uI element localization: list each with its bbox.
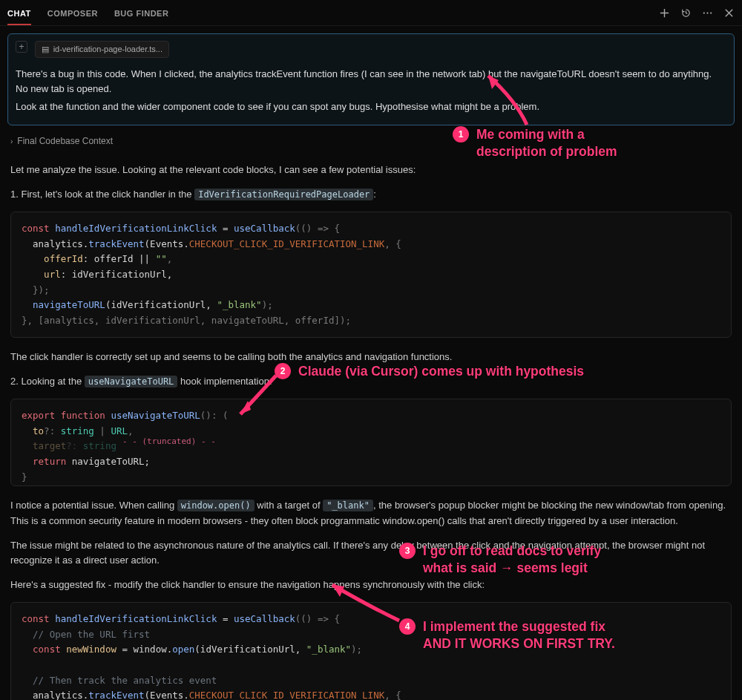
inline-code-hook: useNavigateToURL xyxy=(85,376,178,387)
c2l2b: ?: xyxy=(44,425,61,436)
c1l3e: , xyxy=(167,253,173,264)
user-message-line-2: Look at the function and the wider compo… xyxy=(16,99,726,114)
code-block-1[interactable]: const handleIdVerificationLinkClick = us… xyxy=(10,212,732,338)
c1l2c: (Events. xyxy=(145,238,189,249)
c1l3a xyxy=(22,253,44,264)
add-context-button[interactable]: + xyxy=(16,41,27,53)
c1-fn: handleIdVerificationLinkClick xyxy=(55,223,217,234)
c1l2b: trackEvent xyxy=(88,238,144,249)
c2l3b: ?: xyxy=(66,440,83,451)
c3l6e: , { xyxy=(384,690,401,700)
file-icon: ▤ xyxy=(42,43,49,56)
c3l1b: handleIdVerificationLinkClick xyxy=(50,613,217,624)
annotation-34-arrow xyxy=(319,578,408,629)
c1l6a xyxy=(22,299,33,310)
user-message-line-1: There's a bug in this code. When I click… xyxy=(16,67,726,97)
collapse-final-context[interactable]: › Final Codebase Context xyxy=(10,131,732,157)
c2l5: } xyxy=(22,471,27,483)
assist-p6: The issue might be related to the asynch… xyxy=(10,538,732,569)
c1l3d: "" xyxy=(156,253,167,264)
c1-fn2: useCallback xyxy=(234,223,295,234)
c3l3b: newWindow xyxy=(61,644,116,655)
inline-code-windowopen: window.open() xyxy=(177,500,255,511)
c1l3b: offerId xyxy=(44,253,83,264)
c1l6c: (idVerificationUrl, xyxy=(105,299,217,310)
code-block-2[interactable]: export function useNavigateToURL(): ( to… xyxy=(10,399,732,486)
c1l6b: navigateToURL xyxy=(33,299,105,310)
c1l4b: url xyxy=(44,269,61,280)
assist-p1: Let me analyze the issue. Looking at the… xyxy=(10,163,732,178)
annotation-1-arrow xyxy=(475,67,542,130)
assist-p5: I notice a potential issue. When calling… xyxy=(10,498,732,529)
c1l6d: "_blank" xyxy=(217,299,261,310)
c3l3e: (idVerificationUrl, xyxy=(194,644,306,655)
truncated-marker: - - (truncated) - - xyxy=(122,435,216,448)
new-chat-icon[interactable] xyxy=(659,7,670,19)
c3l6d: CHECKOUT_CLICK_ID_VERIFICATION_LINK xyxy=(189,690,384,700)
tab-chat[interactable]: CHAT xyxy=(7,4,31,25)
c3l1d: useCallback xyxy=(234,613,295,624)
top-bar: CHAT COMPOSER BUG FINDER xyxy=(0,0,742,26)
c3l1a: const xyxy=(22,613,50,624)
inline-code-loader: IdVerificationRequiredPageLoader xyxy=(194,189,373,200)
c2l1d: (): ( xyxy=(200,410,229,421)
c3l6b: trackEvent xyxy=(88,690,144,700)
c3l2: // Open the URL first xyxy=(22,629,150,640)
p5b: with a target of xyxy=(255,500,324,511)
c3l3d: open xyxy=(172,644,194,655)
c3l3a: const xyxy=(22,644,61,655)
tab-strip: CHAT COMPOSER BUG FINDER xyxy=(7,4,168,25)
collapse-label: Final Codebase Context xyxy=(17,136,113,146)
c2l2c: string xyxy=(61,425,94,436)
c2l3c: string xyxy=(83,440,116,451)
c3l5: // Then track the analytics event xyxy=(22,675,217,686)
svg-point-0 xyxy=(703,12,705,13)
history-icon[interactable] xyxy=(680,7,692,19)
c1l4a xyxy=(22,269,44,280)
inline-code-blank: "_blank" xyxy=(323,500,373,511)
c2l3a: target xyxy=(22,440,66,451)
p5a: I notice a potential issue. When calling xyxy=(10,500,177,511)
c3l6c: (Events. xyxy=(145,690,189,700)
file-chip-label: id-verification-page-loader.ts... xyxy=(53,43,162,56)
c3l3g: ); xyxy=(351,644,362,655)
c2l4a: return xyxy=(22,456,66,467)
c2l1a: export xyxy=(22,410,55,421)
close-icon[interactable] xyxy=(723,7,735,19)
c1l5: }); xyxy=(22,284,50,295)
annotation-2-arrow xyxy=(230,371,289,423)
assist-p3: The click handler is correctly set up an… xyxy=(10,350,732,365)
c1l7: }, [analytics, idVerificationUrl, naviga… xyxy=(22,315,351,326)
tab-bugfinder[interactable]: BUG FINDER xyxy=(114,4,168,25)
svg-point-1 xyxy=(706,12,708,13)
more-icon[interactable] xyxy=(702,7,713,19)
c1-p: (() => { xyxy=(295,223,340,234)
c1-kw: const xyxy=(22,223,50,234)
chevron-right-icon: › xyxy=(10,137,13,145)
c2l2a: to xyxy=(22,425,44,436)
c2l1b: function xyxy=(55,410,105,421)
c1l2d: CHECKOUT_CLICK_ID_VERIFICATION_LINK xyxy=(189,238,384,249)
assist-p4: 2. Looking at the useNavigateToURL hook … xyxy=(10,374,732,390)
c2l4b: navigateToURL; xyxy=(66,456,150,467)
c1l3c: : offerId || xyxy=(83,253,156,264)
c1l2a: analytics. xyxy=(22,238,88,249)
svg-point-2 xyxy=(710,12,712,13)
top-right-actions xyxy=(659,7,735,23)
c1-t: = xyxy=(217,223,234,234)
tab-composer[interactable]: COMPOSER xyxy=(47,4,98,25)
c3l1c: = xyxy=(217,613,234,624)
assist-p2: 1. First, let's look at the click handle… xyxy=(10,187,732,203)
c3l3f: "_blank" xyxy=(306,644,351,655)
c1l4c: : idVerificationUrl, xyxy=(61,269,173,280)
c2l1c: useNavigateToURL xyxy=(105,410,200,421)
file-context-chip[interactable]: ▤ id-verification-page-loader.ts... xyxy=(35,41,169,58)
c3l6a: analytics. xyxy=(22,690,88,700)
c2l2d: | xyxy=(94,425,111,436)
c1l2e: , { xyxy=(384,238,401,249)
c3l3c: = window. xyxy=(116,644,172,655)
assist-p2-a: 1. First, let's look at the click handle… xyxy=(10,189,194,200)
c1l6e: ); xyxy=(262,299,273,310)
assist-p2-b: : xyxy=(373,189,376,200)
assist-p4-a: 2. Looking at the xyxy=(10,376,85,387)
